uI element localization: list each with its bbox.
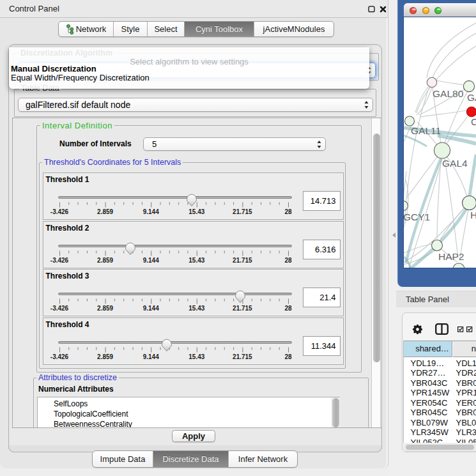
algorithm-popup-item-manual[interactable]: Manual Discretization — [11, 64, 96, 73]
threshold-slider-thumb[interactable] — [234, 289, 247, 303]
table-cell-shared-name[interactable]: YDL19… — [411, 358, 445, 368]
tab-network[interactable]: Network — [59, 22, 114, 36]
table-cell-shared-name[interactable]: YBR043C — [411, 378, 448, 388]
threshold-slider-thumb[interactable] — [124, 242, 137, 256]
table-cell-shared-name[interactable]: YBL079W — [411, 418, 449, 427]
pink-node[interactable] — [427, 77, 436, 87]
table-hscroll-thumb[interactable] — [406, 445, 474, 450]
tab-discretize-data[interactable]: Discretize Data — [153, 451, 229, 467]
node-label-gcy1: GCY1 — [404, 211, 430, 222]
tick-label: 9.144 — [143, 208, 159, 215]
float-window-icon[interactable] — [368, 6, 375, 13]
threshold-value-field[interactable]: 11.344 — [303, 336, 341, 356]
h-node[interactable] — [463, 196, 476, 210]
table-cell-shared-name[interactable]: YLR345W — [411, 427, 449, 437]
hap2-node[interactable] — [432, 240, 443, 251]
column-layout-icon[interactable] — [435, 323, 449, 335]
table-cell-name[interactable]: YBR043C — [456, 378, 476, 388]
table-data-combo-value: galFiltered.sif default node — [26, 98, 130, 112]
close-window-icon[interactable] — [380, 6, 387, 13]
attributes-list-scrollbar[interactable] — [331, 397, 340, 428]
table-cell-shared-name[interactable]: YPR145W — [411, 388, 450, 397]
table-cell-shared-name[interactable]: YIL052C — [411, 438, 443, 443]
threshold-value-field[interactable]: 14.713 — [303, 191, 341, 211]
tick-label: 15.43 — [188, 353, 204, 360]
table-horizontal-scrollbar[interactable] — [403, 443, 476, 451]
network-canvas[interactable]: GAL80GACYGAL11GAL4GCY1HHAP2 — [404, 17, 476, 268]
tab-impute-data[interactable]: Impute Data — [93, 451, 153, 467]
tab-cyni-toolbox[interactable]: Cyni Toolbox — [185, 22, 254, 36]
threshold-slider-track[interactable] — [58, 245, 292, 247]
threshold-slider-thumb[interactable] — [160, 338, 173, 352]
table-cell-shared-name[interactable]: YBR045C — [411, 408, 448, 417]
table-cell-name[interactable]: YBR045C — [456, 408, 476, 417]
apply-button[interactable]: Apply — [172, 430, 215, 442]
splitter-collapse-icon[interactable] — [392, 233, 395, 238]
network-window-titlebar[interactable] — [404, 3, 476, 17]
table-header-shared-name[interactable]: shared… — [404, 341, 452, 357]
settings-scrollbar-thumb[interactable] — [373, 134, 380, 362]
table-cell-name[interactable]: YIL052C — [456, 438, 476, 443]
settings-vertical-scrollbar[interactable] — [371, 118, 381, 428]
table-cell-name[interactable]: YDL19… — [456, 358, 476, 368]
attribute-list-item[interactable]: BetweennessCentrality — [54, 420, 132, 428]
network-edge[interactable] — [404, 171, 406, 201]
network-edge[interactable] — [436, 81, 464, 85]
checkbox-rows-icon[interactable] — [466, 326, 473, 332]
red-node[interactable] — [466, 107, 476, 116]
minimize-traffic-light-icon[interactable] — [422, 7, 429, 14]
bottom-node[interactable] — [453, 263, 464, 268]
cyni-bottom-tabs: Impute DataDiscretize DataInfer Network — [92, 450, 298, 468]
green-node-2[interactable] — [463, 81, 474, 91]
threshold-box-2: Threshold 2-3.4262.8599.14415.4321.71528… — [43, 221, 344, 268]
network-edge[interactable] — [433, 33, 476, 77]
table-panel-header[interactable]: Table Panel — [396, 291, 476, 307]
numerical-attributes-list[interactable]: SelfLoopsTopologicalCoefficientBetweenne… — [37, 397, 340, 428]
window-title: Control Panel — [9, 0, 59, 17]
checkbox-columns-icon[interactable] — [457, 326, 464, 332]
threshold-slider-track[interactable] — [58, 196, 292, 199]
interval-definition-title: Interval Definition — [40, 121, 114, 130]
threshold-value-field[interactable]: 6.316 — [303, 240, 341, 259]
tick-label: 15.43 — [188, 257, 204, 264]
control-panel-tabs: NetworkStyleSelectCyni ToolboxjActiveMNo… — [58, 21, 334, 37]
table-data-combo[interactable]: galFiltered.sif default node — [18, 98, 373, 112]
threshold-slider-thumb[interactable] — [185, 193, 198, 207]
threshold-value-field[interactable]: 21.4 — [303, 288, 341, 307]
algorithm-popup-item-equal-width[interactable]: Equal Width/Frequency Discretization — [11, 73, 150, 82]
attribute-list-item[interactable]: TopologicalCoefficient — [54, 410, 128, 418]
table-cell-name[interactable]: YER054C — [456, 398, 476, 408]
close-traffic-light-icon[interactable] — [410, 7, 417, 14]
tab-select[interactable]: Select — [148, 22, 185, 36]
control-panel-titlebar[interactable]: Control Panel — [0, 0, 388, 18]
tab-label: jActiveMNodules — [263, 24, 325, 34]
tick-label: -3.426 — [50, 305, 68, 312]
table-cell-shared-name[interactable]: YER054C — [411, 398, 448, 408]
number-of-intervals-combo[interactable]: 5 — [143, 137, 326, 151]
attribute-list-item[interactable]: SelfLoops — [54, 399, 88, 408]
table-header-name[interactable]: name — [453, 341, 476, 357]
gear-icon[interactable] — [413, 325, 422, 334]
table-cell-name[interactable]: YLR345W — [456, 427, 476, 437]
zoom-traffic-light-icon[interactable] — [434, 7, 441, 14]
table-cell-name[interactable]: YDR27… — [456, 368, 476, 378]
network-edge[interactable] — [445, 158, 458, 258]
tab-jactivemnodules[interactable]: jActiveMNodules — [254, 22, 334, 36]
table-cell-name[interactable]: YPR145W — [456, 388, 476, 397]
threshold-slider-track[interactable] — [58, 341, 292, 344]
tick-label: 21.715 — [233, 353, 252, 360]
tab-style[interactable]: Style — [114, 22, 148, 36]
table-cell-shared-name[interactable]: YDR27… — [411, 368, 446, 378]
gal11-node[interactable] — [405, 116, 415, 126]
threshold-slider-ticks — [58, 347, 300, 354]
tab-label: Infer Network — [238, 454, 288, 464]
threshold-label: Threshold 3 — [46, 272, 89, 280]
network-edge-thick[interactable] — [469, 155, 476, 199]
tick-label: 28 — [284, 305, 291, 312]
table-cell-name[interactable]: YBL079W — [456, 418, 476, 427]
threshold-slider-track[interactable] — [58, 293, 292, 295]
gal4-node[interactable] — [434, 142, 450, 158]
node-table[interactable]: shared… name YDL19…YDL19…YDR27…YDR27…YBR… — [403, 341, 476, 443]
node-label-h: H — [470, 210, 476, 220]
tab-infer-network[interactable]: Infer Network — [229, 451, 297, 467]
